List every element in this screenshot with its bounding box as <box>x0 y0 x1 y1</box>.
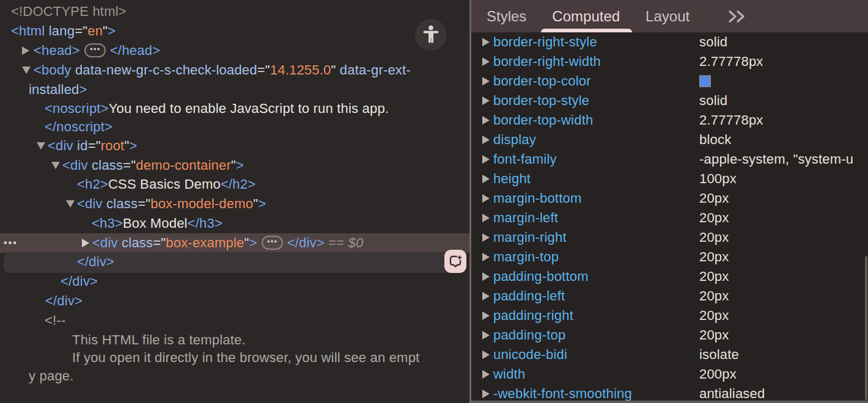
expand-arrow-icon[interactable] <box>482 136 490 144</box>
dom-tree-row-selected[interactable]: •••<div class="box-example">⋯</div> == $… <box>0 233 469 253</box>
property-value: -apple-system, "system-u <box>699 151 853 167</box>
computed-property-row[interactable]: padding-top20px <box>471 325 868 345</box>
property-name: border-top-style <box>493 93 589 109</box>
more-tabs-button[interactable] <box>727 10 747 23</box>
overflow-dots-icon[interactable]: ••• <box>4 238 18 249</box>
color-swatch <box>699 76 711 87</box>
computed-property-row[interactable]: font-family-apple-system, "system-u <box>471 150 868 169</box>
computed-property-row[interactable]: border-top-width2.77778px <box>471 111 868 130</box>
expand-arrow-icon[interactable] <box>482 311 490 320</box>
attribute-name: lang <box>49 23 75 38</box>
expand-arrow-icon[interactable] <box>51 162 60 169</box>
tab-styles[interactable]: Styles <box>487 0 526 32</box>
dom-tree-row[interactable]: <body data-new-gr-c-s-check-loaded="14.1… <box>0 60 469 80</box>
tag-token: </h3> <box>188 216 223 231</box>
tag-token: <h2> <box>77 176 108 192</box>
punctuation-token: =" <box>153 235 166 250</box>
dom-tree-row[interactable]: <head>⋯</head> <box>0 41 469 60</box>
comment-token: <!- <box>45 313 61 328</box>
dom-tree-row[interactable]: <div class="demo-container"> <box>0 156 469 175</box>
expand-arrow-icon[interactable] <box>482 116 490 125</box>
computed-property-row[interactable]: border-top-color <box>471 71 868 91</box>
expand-arrow-icon[interactable] <box>482 272 490 281</box>
collapsed-content-pill[interactable]: ⋯ <box>84 43 106 57</box>
tab-label: Layout <box>645 8 690 25</box>
computed-property-row[interactable]: padding-bottom20px <box>471 267 868 286</box>
computed-property-row[interactable]: border-right-width2.77778px <box>471 52 868 71</box>
node-markup: <head>⋯</head> <box>34 43 160 59</box>
node-markup: <div id="root"> <box>48 138 137 154</box>
attribute-name: data-gr-ext- <box>336 62 410 78</box>
computed-property-row[interactable]: height100px <box>471 169 868 189</box>
dom-tree-row[interactable]: y page. <box>0 366 469 386</box>
dom-tree-row[interactable]: <!-- <box>0 311 469 330</box>
computed-property-row[interactable]: width200px <box>471 365 868 384</box>
property-value: 200px <box>699 366 737 382</box>
expand-arrow-icon[interactable] <box>22 46 29 55</box>
horizontal-scrollbar[interactable] <box>471 401 868 403</box>
dom-tree-row[interactable]: This HTML file is a template. <box>0 330 469 350</box>
property-name: display <box>493 132 536 148</box>
accessibility-overlay-button[interactable] <box>415 19 447 51</box>
expand-arrow-icon[interactable] <box>482 96 490 105</box>
computed-property-row[interactable]: margin-top20px <box>471 247 868 267</box>
expand-arrow-icon[interactable] <box>482 155 490 164</box>
tab-layout[interactable]: Layout <box>645 0 690 32</box>
property-value: 20px <box>699 308 729 324</box>
expand-arrow-icon[interactable] <box>482 175 490 183</box>
computed-property-row[interactable]: border-right-stylesolid <box>471 32 868 52</box>
expand-arrow-icon[interactable] <box>482 370 490 379</box>
expand-arrow-icon[interactable] <box>482 57 490 66</box>
dom-tree-row[interactable]: If you open it directly in the browser, … <box>0 348 469 368</box>
expand-arrow-icon[interactable] <box>482 292 490 300</box>
dom-tree-row[interactable]: installed> <box>0 80 469 100</box>
node-markup: </div> <box>61 274 98 289</box>
dom-tree-row[interactable]: </div> <box>0 272 469 291</box>
computed-property-row[interactable]: margin-bottom20px <box>471 189 868 208</box>
tag-token: > <box>129 138 137 153</box>
computed-property-row[interactable]: margin-right20px <box>471 228 868 247</box>
expand-arrow-icon[interactable] <box>482 331 490 339</box>
dom-tree-row[interactable]: <html lang="en"> <box>0 21 469 41</box>
ai-assistance-badge[interactable] <box>444 250 466 273</box>
tab-computed[interactable]: Computed <box>552 0 620 32</box>
dom-tree-row[interactable]: <div id="root"> <box>0 136 469 156</box>
node-markup: y page. <box>29 368 74 384</box>
property-name: font-family <box>493 151 557 167</box>
dom-tree-row[interactable]: <h3>Box Model</h3> <box>0 214 469 233</box>
dom-tree-row[interactable]: <div class="box-model-demo"> <box>0 194 469 214</box>
dom-tree-row[interactable]: <h2>CSS Basics Demo</h2> <box>0 175 469 194</box>
expand-arrow-icon[interactable] <box>82 239 89 247</box>
expand-arrow-icon[interactable] <box>482 390 490 398</box>
computed-property-row[interactable]: displayblock <box>471 130 868 150</box>
dom-tree-row[interactable]: </noscript> <box>0 117 469 137</box>
expand-arrow-icon[interactable] <box>37 142 45 150</box>
expand-arrow-icon[interactable] <box>482 194 490 203</box>
equals-token: == <box>325 235 348 250</box>
expand-arrow-icon[interactable] <box>482 77 490 85</box>
dom-tree-row[interactable]: </div> <box>0 291 469 311</box>
punctuation-token: =" <box>88 138 101 153</box>
expand-arrow-icon[interactable] <box>482 233 490 242</box>
tag-token: > <box>249 235 257 250</box>
computed-property-row[interactable]: unicode-bidiisolate <box>471 345 868 365</box>
expand-arrow-icon[interactable] <box>482 38 490 46</box>
computed-property-row[interactable]: padding-left20px <box>471 286 868 306</box>
dom-tree-row[interactable]: </div> <box>0 252 469 272</box>
computed-property-row[interactable]: margin-left20px <box>471 208 868 228</box>
expand-arrow-icon[interactable] <box>482 253 490 261</box>
computed-property-row[interactable]: padding-right20px <box>471 306 868 325</box>
expand-arrow-icon[interactable] <box>22 67 31 74</box>
expand-arrow-icon[interactable] <box>482 214 490 222</box>
property-name: margin-top <box>493 249 559 265</box>
computed-property-row[interactable]: border-top-stylesolid <box>471 91 868 111</box>
accessibility-person-icon <box>421 24 441 45</box>
vertical-scrollbar[interactable] <box>865 256 867 401</box>
expand-arrow-icon[interactable] <box>482 350 490 359</box>
dom-tree-row[interactable]: <!DOCTYPE html> <box>0 2 469 21</box>
expand-arrow-icon[interactable] <box>66 200 75 208</box>
collapsed-content-pill[interactable]: ⋯ <box>262 236 283 250</box>
dom-tree-row[interactable]: <noscript>You need to enable JavaScript … <box>0 99 469 118</box>
node-markup: <div class="demo-container"> <box>62 158 244 173</box>
panel-divider[interactable] <box>469 0 471 403</box>
